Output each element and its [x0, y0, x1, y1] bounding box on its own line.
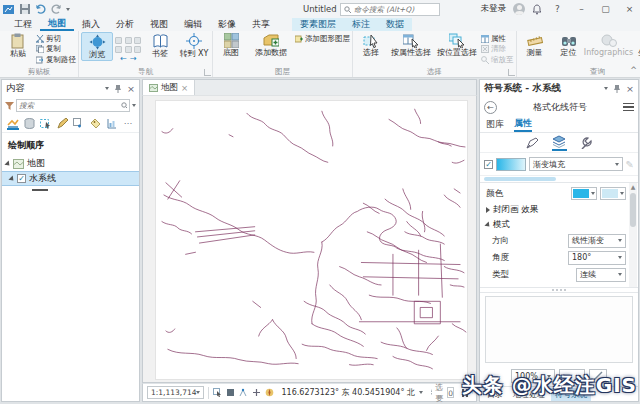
pattern-section-header[interactable]: 模式 [486, 217, 626, 232]
close-pane-icon[interactable]: × [127, 83, 135, 94]
layer-symbol-sample[interactable] [32, 189, 48, 191]
tab-insert[interactable]: 插入 [74, 18, 108, 31]
layer-type-dropdown[interactable]: 渐变填充 [529, 157, 623, 171]
tab-feature-layer[interactable]: 要素图层 [292, 18, 344, 31]
navigator-icon[interactable] [265, 387, 274, 398]
zoom-out-icon[interactable] [125, 37, 132, 44]
direction-dropdown[interactable]: 线性渐变 [568, 234, 626, 248]
previous-extent-icon[interactable] [134, 46, 141, 53]
cut-button[interactable]: 剪切 [36, 34, 76, 43]
map-canvas[interactable] [156, 101, 467, 379]
select-by-attributes-button[interactable]: 按属性选择 [389, 32, 433, 58]
tab-edit[interactable]: 编辑 [176, 18, 210, 31]
list-by-editing-icon[interactable] [56, 117, 68, 130]
minimize-button[interactable]: – [573, 2, 590, 16]
full-extent-icon[interactable] [134, 37, 141, 44]
snapping-toggle-icon[interactable] [239, 387, 248, 398]
sign-in-status[interactable]: 未登录 [481, 3, 507, 15]
add-graphics-layer-button[interactable]: 添加图形图层 [295, 34, 350, 43]
back-arrow-icon[interactable]: ← [120, 54, 127, 63]
copy-path-button[interactable]: 复制路径 [36, 55, 76, 64]
pane-options-icon[interactable] [105, 87, 109, 90]
effects-section-header[interactable]: 封闭画 效果 [486, 202, 626, 217]
add-data-button[interactable]: 添加数据 [249, 32, 293, 58]
add-feature-icon[interactable] [252, 387, 261, 398]
tab-share[interactable]: 共享 [244, 18, 278, 31]
account-avatar[interactable] [513, 3, 525, 15]
layers-tab-icon[interactable] [552, 135, 567, 151]
tab-properties[interactable]: 属性 [514, 117, 532, 132]
layer-checkbox[interactable]: ✓ [17, 174, 26, 183]
command-search-input[interactable] [354, 5, 434, 14]
gradient-swatch[interactable] [496, 158, 526, 171]
search-options-icon[interactable] [132, 104, 136, 107]
notifications-bell-icon[interactable] [532, 4, 542, 15]
fixed-zoom-in-icon[interactable] [115, 46, 122, 53]
zoom-to-selection-button[interactable]: 缩放至 [481, 55, 514, 64]
toc-more-icon[interactable]: ⋯ [122, 117, 134, 130]
contents-search-box[interactable] [16, 99, 130, 112]
locate-button[interactable]: 定位 [553, 32, 585, 58]
select-tool-icon[interactable] [213, 387, 222, 398]
coordinates-readout[interactable]: 116.6273123° 东 40.5451904° 北 [282, 387, 415, 398]
angle-dropdown[interactable]: 180° [568, 251, 626, 265]
list-by-drawing-order-icon[interactable] [7, 117, 19, 130]
menu-icon[interactable] [623, 103, 634, 112]
copy-button[interactable]: 复制 [36, 45, 76, 54]
coords-options-icon[interactable] [419, 391, 423, 394]
expander-icon[interactable] [8, 175, 15, 182]
pane-options-icon[interactable] [604, 87, 608, 90]
back-icon[interactable]: ← [484, 101, 497, 114]
tab-gallery[interactable]: 图库 [486, 117, 504, 132]
selection-dialog-launcher-icon[interactable] [508, 69, 515, 76]
measure-button[interactable]: 测量 [519, 32, 551, 58]
list-by-snapping-icon[interactable] [73, 117, 85, 130]
pin-icon[interactable] [613, 84, 621, 93]
explore-button[interactable]: 浏览 [81, 32, 113, 61]
preview-splitter[interactable] [480, 287, 638, 293]
paste-button[interactable]: 粘贴 [2, 32, 34, 59]
select-by-location-button[interactable]: 按位置选择 [435, 32, 479, 58]
forward-arrow-icon[interactable]: → [130, 54, 137, 63]
scale-dropdown[interactable]: 1:1,113,714 [147, 386, 204, 399]
type-dropdown[interactable]: 连续 [576, 268, 626, 282]
command-search[interactable] [340, 3, 440, 16]
tab-imagery[interactable]: 影像 [210, 18, 244, 31]
bookmarks-button[interactable]: 书签 [144, 32, 176, 59]
symbol-layer-checkbox[interactable]: ✓ [484, 160, 493, 169]
coordinate-conversion-button[interactable]: 坐标转换 [633, 32, 640, 58]
select-button[interactable]: 选择 [355, 32, 387, 58]
save-icon[interactable] [18, 3, 31, 16]
tab-labeling[interactable]: 标注 [344, 18, 378, 31]
list-by-selection-icon[interactable] [40, 117, 52, 130]
close-button[interactable]: × [621, 2, 638, 16]
fixed-zoom-out-icon[interactable] [125, 46, 132, 53]
structure-tab-icon[interactable] [579, 135, 594, 151]
qat-customize-icon[interactable] [66, 8, 70, 11]
attributes-button[interactable]: 属性 [481, 34, 514, 43]
collapse-ribbon-icon[interactable]: ^ [630, 66, 637, 75]
close-pane-icon[interactable]: × [626, 83, 634, 94]
tab-analysis[interactable]: 分析 [108, 18, 142, 31]
navigate-dialog-launcher-icon[interactable] [204, 69, 211, 76]
tab-project[interactable]: 工程 [6, 18, 40, 31]
goto-xy-button[interactable]: 转到 XY [178, 32, 210, 59]
tab-data[interactable]: 数据 [378, 18, 412, 31]
map-canvas-area[interactable] [142, 95, 477, 383]
redo-icon[interactable] [50, 3, 63, 16]
tab-view[interactable]: 视图 [142, 18, 176, 31]
toc-map-item[interactable]: 地图 [2, 156, 139, 171]
expander-icon[interactable] [4, 160, 11, 167]
toc-layer-item[interactable]: ✓ 水系线 [2, 171, 139, 186]
undo-icon[interactable] [34, 3, 47, 16]
list-by-charts-icon[interactable] [105, 117, 117, 130]
contents-search-input[interactable] [19, 101, 119, 110]
help-button[interactable]: ? [549, 2, 566, 16]
symbol-tab-icon[interactable] [525, 135, 540, 151]
basemap-button[interactable]: 底图 [215, 32, 247, 58]
maximize-button[interactable]: ▢ [597, 2, 614, 16]
list-by-labeling-icon[interactable] [89, 117, 101, 130]
vertical-scrollbar[interactable]: ▲ [629, 183, 637, 287]
list-by-data-source-icon[interactable] [23, 117, 35, 130]
pin-icon[interactable] [114, 84, 122, 93]
